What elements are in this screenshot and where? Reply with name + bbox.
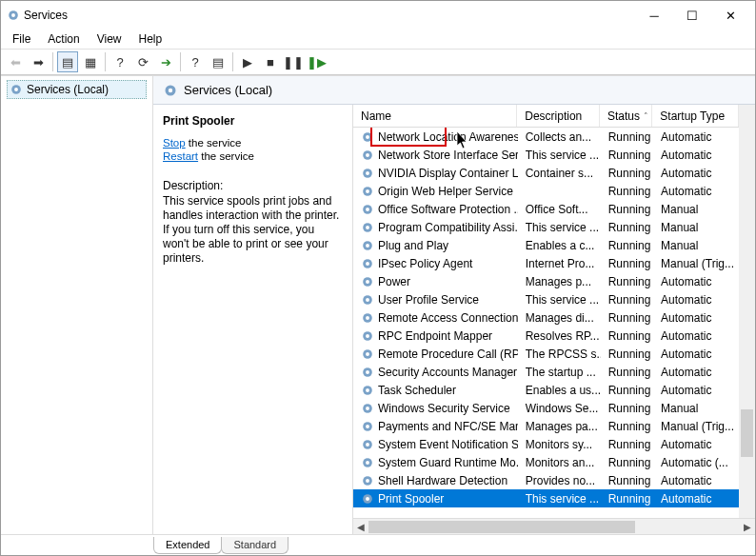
minimize-button[interactable]: ─ <box>635 2 673 29</box>
list-icon[interactable]: ▤ <box>208 51 229 72</box>
service-name: System Event Notification S... <box>378 438 518 451</box>
col-name[interactable]: Name <box>353 105 517 127</box>
gear-icon <box>361 384 374 397</box>
start-icon[interactable]: ▶ <box>237 51 258 72</box>
service-name: Network Store Interface Ser... <box>378 149 518 162</box>
gear-icon <box>361 275 374 288</box>
service-desc: This service ... <box>526 149 599 162</box>
service-status: Running <box>608 492 651 506</box>
tab-standard[interactable]: Standard <box>221 537 288 554</box>
gear-icon <box>361 149 374 162</box>
table-row[interactable]: RPC Endpoint MapperResolves RP...Running… <box>353 327 755 345</box>
stop-suffix: the service <box>186 137 242 149</box>
vertical-scrollbar[interactable] <box>739 105 755 518</box>
export-icon[interactable]: ➔ <box>155 51 176 72</box>
table-row[interactable]: Task SchedulerEnables a us...RunningAuto… <box>353 381 755 399</box>
service-status: Running <box>608 185 651 198</box>
menu-file[interactable]: File <box>5 31 38 47</box>
restart-line: Restart the service <box>163 150 343 162</box>
gear-icon <box>10 83 23 96</box>
restart-link[interactable]: Restart <box>163 150 198 162</box>
app-icon <box>7 9 20 22</box>
service-startup: Manual (Trig... <box>661 420 734 433</box>
service-startup: Manual <box>661 402 698 415</box>
grid-header: Name Description Status ˄ Startup Type L… <box>353 105 755 128</box>
service-status: Running <box>608 293 651 307</box>
service-name: NVIDIA Display Container LS <box>378 167 518 180</box>
service-desc: Monitors sy... <box>526 438 592 451</box>
service-desc: Collects an... <box>526 130 591 144</box>
service-name: Print Spooler <box>378 492 444 506</box>
table-row[interactable]: System Event Notification S...Monitors s… <box>353 435 755 453</box>
table-row[interactable]: PowerManages p...RunningAutomaticLoca <box>353 272 755 290</box>
service-desc: Internet Pro... <box>526 257 595 270</box>
table-row[interactable]: Remote Access Connection...Manages di...… <box>353 308 755 327</box>
restart-icon[interactable]: ❚▶ <box>306 51 327 72</box>
scrollbar-thumb[interactable] <box>741 409 753 457</box>
table-row[interactable]: Network Store Interface Ser...This servi… <box>353 146 755 164</box>
service-startup: Manual (Trig... <box>661 257 734 270</box>
table-row[interactable]: IPsec Policy AgentInternet Pro...Running… <box>353 254 755 272</box>
table-row[interactable]: NVIDIA Display Container LSContainer s..… <box>353 164 755 182</box>
tab-extended[interactable]: Extended <box>153 537 222 554</box>
col-description[interactable]: Description <box>517 105 600 127</box>
service-name: Payments and NFC/SE Man... <box>378 420 518 433</box>
table-row[interactable]: Office Software Protection ...Office Sof… <box>353 200 755 218</box>
table-row[interactable]: Shell Hardware DetectionProvides no...Ru… <box>353 471 755 489</box>
service-status: Running <box>608 366 651 379</box>
scroll-right-icon[interactable]: ▶ <box>740 519 755 534</box>
forward-icon[interactable]: ➡ <box>28 51 49 72</box>
description-body: This service spools print jobs and handl… <box>163 194 343 266</box>
gear-icon <box>361 420 374 433</box>
properties-icon[interactable]: ▦ <box>80 51 101 72</box>
stop-link[interactable]: Stop <box>163 137 186 149</box>
table-row[interactable]: Remote Procedure Call (RPC)The RPCSS s..… <box>353 345 755 363</box>
table-row[interactable]: System Guard Runtime Mo...Monitors an...… <box>353 453 755 471</box>
table-row[interactable]: Security Accounts ManagerThe startup ...… <box>353 363 755 381</box>
service-status: Running <box>608 167 651 180</box>
table-row[interactable]: Origin Web Helper ServiceRunningAutomati… <box>353 182 755 200</box>
help2-icon[interactable]: ? <box>185 51 206 72</box>
refresh-icon[interactable]: ⟳ <box>132 51 153 72</box>
stop-icon[interactable]: ■ <box>260 51 281 72</box>
service-name: Windows Security Service <box>378 402 510 415</box>
menu-view[interactable]: View <box>90 31 129 47</box>
menu-action[interactable]: Action <box>40 31 87 47</box>
service-desc: Manages pa... <box>526 420 598 433</box>
service-desc: Provides no... <box>526 474 595 487</box>
window-title: Services <box>24 9 68 22</box>
service-startup: Automatic <box>661 167 711 180</box>
show-hide-tree-icon[interactable]: ▤ <box>57 51 78 72</box>
nav-label: Services (Local) <box>27 83 109 96</box>
table-row[interactable]: Network Location AwarenessCollects an...… <box>353 128 755 146</box>
pause-icon[interactable]: ❚❚ <box>283 51 304 72</box>
scrollbar-thumb[interactable] <box>368 521 635 533</box>
menu-help[interactable]: Help <box>131 31 170 47</box>
service-status: Running <box>608 203 651 216</box>
table-row[interactable]: Print SpoolerThis service ...RunningAuto… <box>353 489 755 507</box>
table-row[interactable]: User Profile ServiceThis service ...Runn… <box>353 290 755 308</box>
nav-services-local[interactable]: Services (Local) <box>7 80 147 99</box>
horizontal-scrollbar[interactable]: ◀ ▶ <box>353 518 755 534</box>
close-button[interactable]: ✕ <box>711 2 749 29</box>
service-status: Running <box>608 329 651 343</box>
detail-pane: Print Spooler Stop the service Restart t… <box>153 105 353 534</box>
table-row[interactable]: Program Compatibility Assi...This servic… <box>353 218 755 236</box>
service-startup: Automatic <box>661 384 711 397</box>
gear-icon <box>361 257 374 270</box>
scroll-left-icon[interactable]: ◀ <box>353 519 368 534</box>
table-row[interactable]: Payments and NFC/SE Man...Manages pa...R… <box>353 417 755 435</box>
service-desc: This service ... <box>526 492 599 506</box>
table-row[interactable]: Plug and PlayEnables a c...RunningManual… <box>353 236 755 254</box>
col-startup[interactable]: Startup Type <box>652 105 739 127</box>
maximize-button[interactable]: ☐ <box>673 2 711 29</box>
service-status: Running <box>608 348 651 361</box>
back-icon[interactable]: ⬅ <box>5 51 26 72</box>
service-name: Office Software Protection ... <box>378 203 518 216</box>
service-desc: Manages p... <box>526 275 591 288</box>
col-status[interactable]: Status ˄ <box>600 105 652 127</box>
table-row[interactable]: Windows Security ServiceWindows Se...Run… <box>353 399 755 417</box>
service-startup: Automatic <box>661 329 711 343</box>
help-icon[interactable]: ? <box>109 51 130 72</box>
service-name: Origin Web Helper Service <box>378 185 513 198</box>
